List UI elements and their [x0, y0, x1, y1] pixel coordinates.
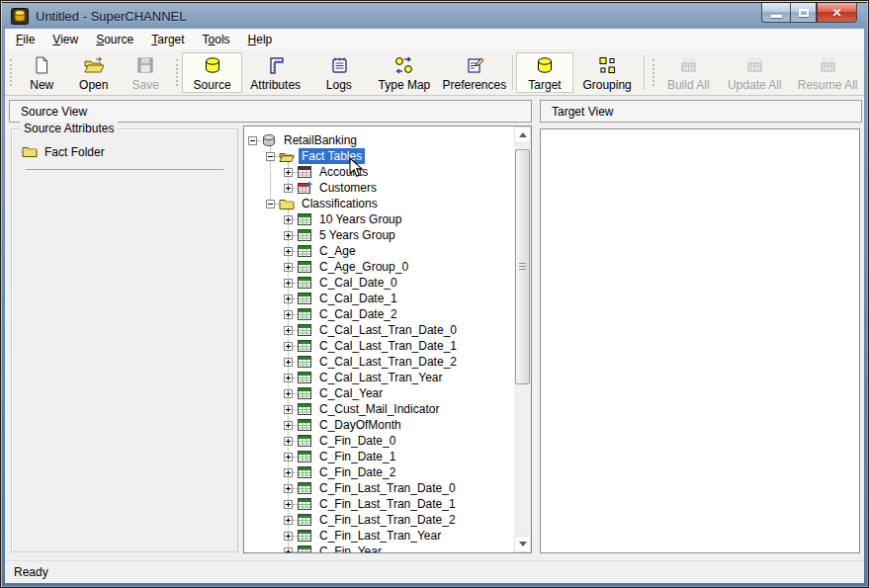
toolbar-grip[interactable]	[10, 59, 12, 86]
tree-item-label: RetailBanking	[281, 132, 360, 148]
status-text: Ready	[14, 565, 48, 579]
type-map-button[interactable]: Type Map	[369, 52, 440, 93]
plus-expander-icon[interactable]	[284, 215, 293, 224]
tree-item-c-cal-last-tran-date-1[interactable]: C_Cal_Last_Tran_Date_1	[244, 338, 514, 354]
plus-expander-icon[interactable]	[284, 342, 293, 351]
titlebar[interactable]: Untitled - SuperCHANNEL ✕	[2, 2, 867, 29]
table-green-icon	[297, 276, 312, 290]
tree-item-customers[interactable]: Customers	[244, 180, 514, 196]
scrollbar-thumb[interactable]	[515, 149, 530, 384]
tree-item-c-cal-last-tran-date-2[interactable]: C_Cal_Last_Tran_Date_2	[244, 354, 514, 370]
plus-expander-icon[interactable]	[284, 231, 293, 240]
plus-expander-icon[interactable]	[284, 547, 293, 553]
tree-item-c-age-group-0[interactable]: C_Age_Group_0	[244, 259, 514, 275]
minus-expander-icon[interactable]	[248, 136, 257, 145]
plus-expander-icon[interactable]	[284, 484, 293, 493]
tree-item-c-fin-last-tran-year[interactable]: C_Fin_Last_Tran_Year	[244, 528, 514, 544]
toolbar-separator	[644, 55, 645, 90]
plus-expander-icon[interactable]	[284, 184, 293, 193]
plus-expander-icon[interactable]	[284, 532, 293, 541]
tree-item-5-years-group[interactable]: 5 Years Group	[244, 227, 514, 243]
source-view-title: Source View	[21, 105, 87, 119]
plus-expander-icon[interactable]	[284, 310, 293, 319]
toolbar-button-label: Source	[194, 79, 231, 92]
target-view-panel[interactable]	[540, 128, 860, 553]
tree-item-c-cal-last-tran-date-0[interactable]: C_Cal_Last_Tran_Date_0	[244, 322, 514, 338]
minus-expander-icon[interactable]	[266, 152, 275, 161]
tree-scrollbar[interactable]	[514, 126, 531, 552]
toolbar-grip[interactable]	[176, 59, 178, 86]
menu-target[interactable]: Target	[142, 29, 193, 49]
plus-expander-icon[interactable]	[284, 263, 293, 272]
menu-view[interactable]: View	[43, 29, 87, 49]
plus-expander-icon[interactable]	[284, 389, 293, 398]
plus-expander-icon[interactable]	[284, 405, 293, 414]
open-button[interactable]: Open	[67, 52, 119, 93]
attribute-item-fact-folder[interactable]: Fact Folder	[22, 143, 227, 161]
tree-item-c-age[interactable]: C_Age	[244, 243, 514, 259]
plus-expander-icon[interactable]	[284, 516, 293, 525]
statusbar: Ready	[5, 560, 864, 583]
table-green-icon	[297, 481, 312, 495]
tree-item-c-cal-date-2[interactable]: C_Cal_Date_2	[244, 306, 514, 322]
target-button[interactable]: Target	[516, 52, 573, 93]
tree-item-c-fin-year[interactable]: C_Fin_Year	[244, 544, 514, 552]
tree-item-c-cal-year[interactable]: C_Cal_Year	[244, 385, 514, 401]
tree-item-label: C_Fin_Date_2	[316, 464, 398, 480]
menu-tools[interactable]: Tools	[194, 29, 239, 49]
toolbar-grip[interactable]	[652, 59, 654, 86]
plus-expander-icon[interactable]	[284, 500, 293, 509]
toolbar-button-label: Grouping	[582, 79, 631, 92]
plus-expander-icon[interactable]	[284, 294, 293, 303]
tree-item-fact-tables[interactable]: Fact Tables	[244, 148, 514, 164]
source-button[interactable]: Source	[182, 52, 241, 93]
plus-expander-icon[interactable]	[284, 168, 293, 177]
logs-button[interactable]: Logs	[309, 52, 369, 93]
attributes-button[interactable]: Attributes	[242, 52, 309, 93]
plus-expander-icon[interactable]	[284, 247, 293, 256]
plus-expander-icon[interactable]	[284, 468, 293, 477]
plus-expander-icon[interactable]	[284, 326, 293, 335]
open-icon	[83, 55, 105, 78]
tree-item-accounts[interactable]: Accounts	[244, 164, 514, 180]
tree-item-c-cust-mail-indicator[interactable]: C_Cust_Mail_Indicator	[244, 401, 514, 417]
plus-expander-icon[interactable]	[284, 358, 293, 367]
tree-item-10-years-group[interactable]: 10 Years Group	[244, 211, 514, 227]
tree-item-c-fin-last-tran-date-2[interactable]: C_Fin_Last_Tran_Date_2	[244, 512, 514, 528]
tree-item-retailbanking[interactable]: RetailBanking	[244, 132, 514, 148]
plus-expander-icon[interactable]	[284, 421, 293, 430]
menu-file[interactable]: File	[7, 29, 43, 49]
tree-item-c-dayofmonth[interactable]: C_DayOfMonth	[244, 417, 514, 433]
minus-expander-icon[interactable]	[266, 200, 275, 209]
tree-item-c-fin-last-tran-date-0[interactable]: C_Fin_Last_Tran_Date_0	[244, 480, 514, 496]
close-icon: ✕	[831, 6, 841, 20]
tree-item-label: C_Fin_Date_1	[316, 449, 398, 464]
source-attributes-list: Fact Folder	[22, 143, 227, 170]
tree-item-c-fin-last-tran-date-1[interactable]: C_Fin_Last_Tran_Date_1	[244, 496, 514, 512]
scroll-up-button[interactable]	[514, 126, 531, 143]
tree-item-c-fin-date-2[interactable]: C_Fin_Date_2	[244, 464, 514, 480]
maximize-button[interactable]	[790, 3, 817, 23]
table-green-icon	[297, 402, 312, 416]
preferences-icon	[465, 55, 484, 78]
plus-expander-icon[interactable]	[284, 453, 293, 462]
minimize-button[interactable]	[761, 3, 790, 23]
tree-item-c-fin-date-0[interactable]: C_Fin_Date_0	[244, 433, 514, 449]
new-button[interactable]: New	[16, 52, 67, 93]
menu-source[interactable]: Source	[87, 29, 142, 49]
table-green-icon	[297, 450, 312, 463]
tree-item-label: C_Cust_Mail_Indicator	[316, 401, 442, 417]
tree-item-c-fin-date-1[interactable]: C_Fin_Date_1	[244, 449, 514, 464]
menu-help[interactable]: Help	[239, 29, 282, 49]
grouping-button[interactable]: Grouping	[573, 52, 641, 93]
tree-item-c-cal-date-1[interactable]: C_Cal_Date_1	[244, 291, 514, 306]
tree-item-c-cal-date-0[interactable]: C_Cal_Date_0	[244, 275, 514, 291]
plus-expander-icon[interactable]	[284, 437, 293, 446]
tree-item-c-cal-last-tran-year[interactable]: C_Cal_Last_Tran_Year	[244, 370, 514, 385]
scroll-down-button[interactable]	[514, 536, 531, 552]
close-button[interactable]: ✕	[817, 3, 857, 23]
plus-expander-icon[interactable]	[284, 279, 293, 288]
tree-item-classifications[interactable]: Classifications	[244, 196, 514, 211]
plus-expander-icon[interactable]	[284, 374, 293, 382]
preferences-button[interactable]: Preferences	[440, 52, 509, 93]
